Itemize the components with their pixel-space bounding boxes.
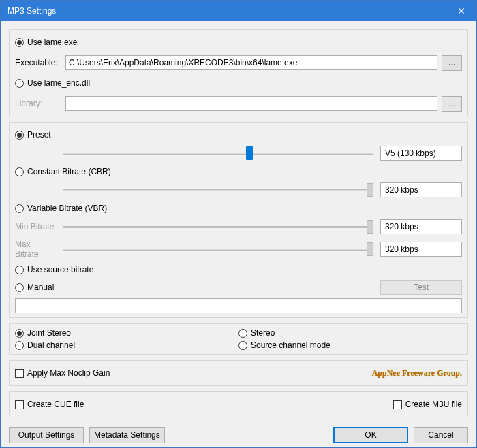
radio-icon [238, 341, 247, 350]
joint-stereo-radio[interactable]: Joint Stereo [15, 328, 71, 338]
preset-radio[interactable]: Preset [15, 130, 51, 140]
radio-icon [238, 329, 247, 338]
slider-thumb-icon [367, 242, 373, 256]
cbr-label: Constant Bitrate (CBR) [27, 167, 111, 176]
slider-thumb-icon [246, 146, 253, 160]
stereo-label: Stereo [251, 328, 275, 338]
footer: Output Settings Metadata Settings OK Can… [1, 423, 476, 448]
source-channel-radio[interactable]: Source channel mode [238, 340, 330, 350]
test-button: Test [380, 280, 462, 295]
executable-label: Executable: [15, 58, 61, 67]
radio-icon [15, 167, 24, 176]
library-label: Library: [15, 99, 61, 108]
preset-label: Preset [27, 130, 51, 140]
checkbox-icon [15, 400, 24, 409]
radio-icon [15, 283, 24, 292]
channel-group: Joint Stereo Stereo Dual channel [9, 323, 468, 355]
create-m3u-checkbox[interactable]: Create M3U file [393, 400, 462, 409]
max-bitrate-label: Max Bitrate [15, 240, 56, 259]
apply-noclip-label: Apply Max Noclip Gain [27, 368, 110, 378]
use-source-bitrate-radio[interactable]: Use source bitrate [15, 265, 93, 274]
manual-args-input[interactable] [15, 298, 462, 313]
manual-label: Manual [27, 283, 54, 292]
browse-library-button: ... [442, 96, 462, 112]
checkbox-icon [393, 400, 402, 409]
content-area: Use lame.exe Executable: ... Use lame_en… [1, 21, 476, 423]
file-creation-group: Create CUE file Create M3U file [9, 391, 468, 417]
min-bitrate-value: 320 kbps [380, 219, 462, 234]
max-bitrate-value: 320 kbps [380, 242, 462, 257]
titlebar: MP3 Settings ✕ [1, 1, 476, 21]
dual-channel-radio[interactable]: Dual channel [15, 340, 75, 350]
radio-icon [15, 329, 24, 338]
cbr-radio[interactable]: Constant Bitrate (CBR) [15, 167, 111, 176]
slider-thumb-icon [367, 183, 373, 197]
source-channel-label: Source channel mode [251, 340, 330, 350]
min-bitrate-slider [63, 220, 373, 234]
cbr-slider [63, 183, 373, 197]
joint-stereo-label: Joint Stereo [27, 328, 71, 338]
encoder-group: Use lame.exe Executable: ... Use lame_en… [9, 29, 468, 116]
radio-icon [15, 131, 24, 140]
use-source-bitrate-label: Use source bitrate [27, 265, 93, 274]
use-lame-exe-label: Use lame.exe [27, 37, 77, 47]
browse-executable-button[interactable]: ... [442, 55, 462, 71]
create-cue-checkbox[interactable]: Create CUE file [15, 400, 84, 409]
bitrate-group: Preset V5 (130 kbps) Constant Bitrate (C… [9, 122, 468, 318]
executable-path-input[interactable] [65, 55, 437, 70]
mp3-settings-dialog: MP3 Settings ✕ Use lame.exe Executable: … [0, 0, 477, 448]
library-path-input [65, 96, 437, 111]
radio-icon [15, 204, 24, 213]
window-title: MP3 Settings [7, 6, 446, 16]
create-m3u-label: Create M3U file [405, 400, 462, 409]
close-button[interactable]: ✕ [446, 1, 476, 21]
vbr-radio[interactable]: Variable Bitrate (VBR) [15, 204, 107, 213]
radio-icon [15, 38, 24, 47]
slider-thumb-icon [367, 220, 373, 234]
max-bitrate-slider [63, 242, 373, 256]
close-icon: ✕ [457, 5, 465, 16]
radio-icon [15, 266, 24, 274]
radio-icon [15, 79, 24, 88]
watermark-text: AppNee Freeware Group. [372, 368, 462, 379]
preset-value[interactable]: V5 (130 kbps) [380, 146, 462, 161]
preset-slider[interactable] [63, 146, 373, 160]
apply-noclip-checkbox[interactable]: Apply Max Noclip Gain [15, 368, 110, 378]
stereo-radio[interactable]: Stereo [238, 328, 275, 338]
dual-channel-label: Dual channel [27, 340, 75, 350]
ok-button[interactable]: OK [333, 427, 408, 443]
create-cue-label: Create CUE file [27, 400, 84, 409]
min-bitrate-label: Min Bitrate [15, 222, 56, 231]
manual-radio[interactable]: Manual [15, 283, 54, 292]
use-lame-exe-radio[interactable]: Use lame.exe [15, 37, 77, 47]
output-settings-button[interactable]: Output Settings [9, 427, 84, 443]
cbr-value: 320 kbps [380, 182, 462, 197]
vbr-label: Variable Bitrate (VBR) [27, 204, 107, 213]
cancel-button[interactable]: Cancel [414, 427, 468, 443]
use-lame-enc-dll-label: Use lame_enc.dll [27, 78, 90, 88]
checkbox-icon [15, 369, 24, 378]
noclip-group: Apply Max Noclip Gain AppNee Freeware Gr… [9, 360, 468, 386]
radio-icon [15, 341, 24, 350]
metadata-settings-button[interactable]: Metadata Settings [89, 427, 165, 443]
use-lame-enc-dll-radio[interactable]: Use lame_enc.dll [15, 78, 90, 88]
